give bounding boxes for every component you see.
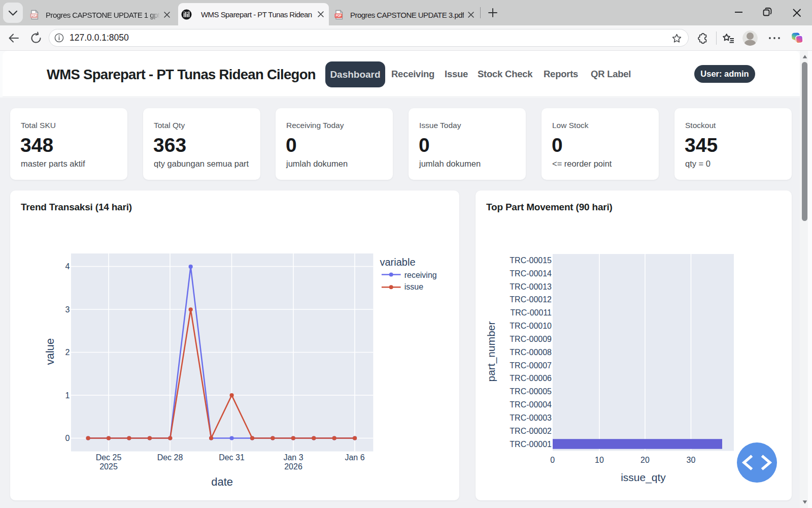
svg-text:0: 0 — [65, 434, 70, 442]
svg-text:issue: issue — [404, 282, 423, 291]
svg-text:PDF: PDF — [31, 14, 37, 17]
svg-text:receiving: receiving — [404, 271, 437, 279]
svg-text:TRC-00009: TRC-00009 — [510, 335, 552, 343]
svg-text:Dec 25: Dec 25 — [96, 453, 122, 462]
svg-text:TRC-00015: TRC-00015 — [510, 256, 552, 265]
svg-text:issue_qty: issue_qty — [621, 471, 666, 484]
svg-text:TRC-00005: TRC-00005 — [510, 387, 552, 396]
svg-text:value: value — [44, 338, 56, 365]
svg-text:TRC-00008: TRC-00008 — [510, 348, 552, 357]
svg-text:2: 2 — [65, 348, 70, 357]
svg-text:Dec 28: Dec 28 — [157, 453, 183, 462]
svg-text:30: 30 — [687, 456, 696, 464]
svg-text:part_number: part_number — [485, 321, 497, 382]
svg-text:20: 20 — [640, 456, 650, 464]
svg-text:TRC-00010: TRC-00010 — [510, 322, 552, 330]
svg-text:date: date — [211, 475, 233, 488]
svg-text:TRC-00013: TRC-00013 — [510, 282, 552, 291]
svg-text:1: 1 — [65, 391, 70, 400]
svg-text:TRC-00001: TRC-00001 — [510, 440, 552, 449]
svg-text:3: 3 — [65, 305, 70, 314]
svg-text:TRC-00012: TRC-00012 — [510, 295, 552, 304]
svg-text:2025: 2025 — [99, 462, 118, 471]
svg-text:Jan 6: Jan 6 — [345, 453, 364, 462]
svg-text:TRC-00011: TRC-00011 — [510, 308, 552, 317]
svg-text:2026: 2026 — [284, 462, 302, 471]
svg-text:TRC-00006: TRC-00006 — [510, 374, 552, 383]
svg-text:Jan 3: Jan 3 — [283, 453, 303, 462]
svg-text:variable: variable — [380, 257, 416, 268]
svg-text:PDF: PDF — [335, 14, 342, 17]
svg-text:0: 0 — [550, 456, 555, 464]
svg-text:TRC-00003: TRC-00003 — [510, 414, 552, 422]
svg-text:Dec 31: Dec 31 — [219, 453, 245, 462]
svg-text:TRC-00004: TRC-00004 — [510, 400, 552, 409]
svg-text:10: 10 — [595, 456, 604, 464]
svg-text:TRC-00002: TRC-00002 — [510, 427, 552, 435]
svg-text:TRC-00007: TRC-00007 — [510, 361, 552, 370]
svg-text:4: 4 — [65, 262, 70, 271]
svg-text:TRC-00014: TRC-00014 — [510, 269, 552, 278]
